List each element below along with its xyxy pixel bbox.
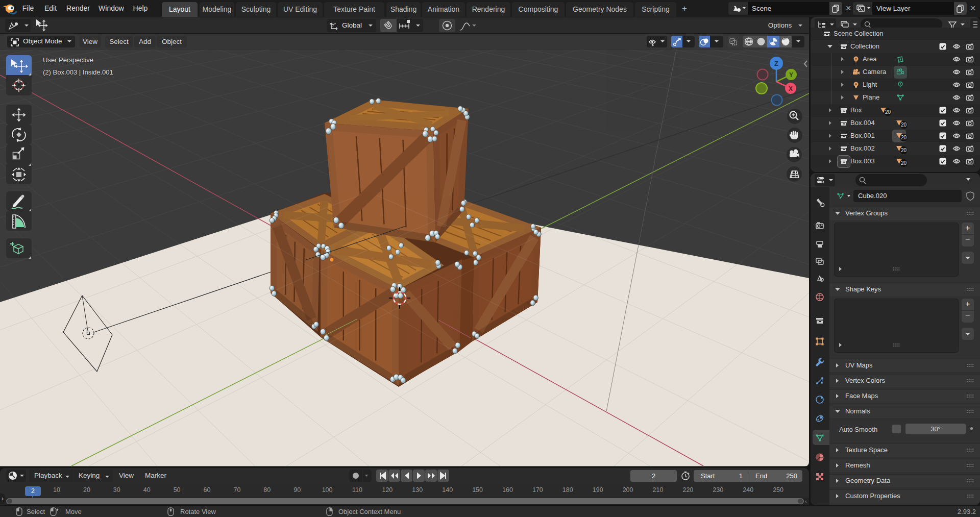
svg-text:X: X	[789, 85, 793, 92]
svg-text:Y: Y	[789, 71, 793, 79]
svg-text:Z: Z	[774, 60, 778, 67]
